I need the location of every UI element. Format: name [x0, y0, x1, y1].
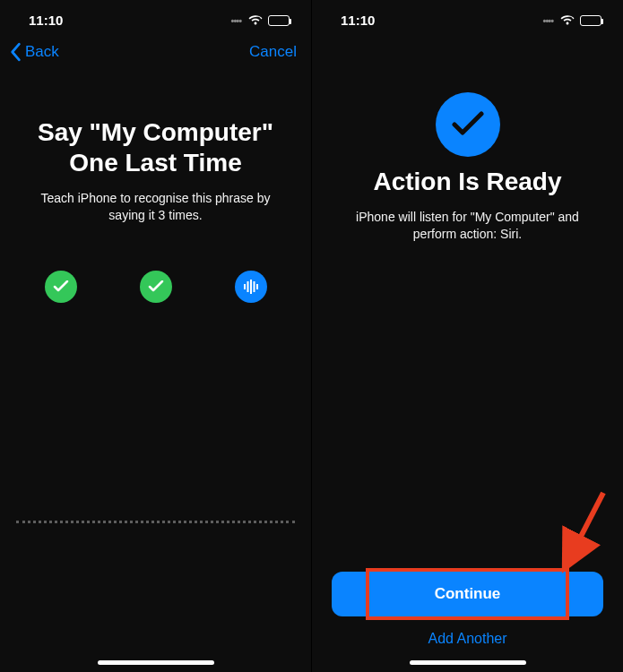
cellular-icon: ••••: [543, 15, 553, 26]
svg-rect-0: [244, 284, 246, 289]
battery-icon: [580, 15, 601, 26]
svg-rect-3: [253, 281, 255, 292]
wifi-icon: [560, 15, 575, 26]
cellular-icon: ••••: [231, 15, 241, 26]
add-another-button[interactable]: Add Another: [332, 631, 603, 647]
page-subtitle: Teach iPhone to recognise this phrase by…: [16, 190, 295, 224]
status-bar: 11:10 ••••: [312, 0, 623, 35]
checkmark-icon: [148, 280, 164, 293]
status-icons: ••••: [231, 15, 290, 26]
checkmark-icon: [53, 280, 69, 293]
page-title: Action Is Ready: [328, 168, 607, 196]
chevron-left-icon: [7, 42, 23, 62]
wifi-icon: [248, 15, 263, 26]
status-icons: ••••: [543, 15, 601, 26]
bottom-actions: Continue Add Another: [328, 572, 607, 672]
status-time: 11:10: [341, 13, 375, 28]
home-indicator[interactable]: [410, 660, 526, 665]
success-badge: [436, 92, 500, 157]
checkmark-icon: [451, 111, 485, 138]
battery-icon: [268, 15, 290, 26]
svg-line-5: [569, 493, 603, 559]
screen-teach-phrase: 11:10 •••• Back Cancel Say "My Computer"…: [0, 0, 311, 672]
screen-action-ready: 11:10 •••• Action Is Ready iPhone will l…: [312, 0, 623, 672]
back-button[interactable]: Back: [7, 42, 59, 62]
nav-bar: Back Cancel: [0, 35, 311, 69]
annotation-arrow: [548, 486, 610, 575]
status-bar: 11:10 ••••: [0, 0, 311, 35]
back-label: Back: [25, 43, 59, 61]
status-time: 11:10: [29, 13, 63, 28]
home-indicator[interactable]: [98, 660, 214, 665]
waveform-icon: [243, 280, 259, 294]
page-subtitle: iPhone will listen for "My Computer" and…: [328, 209, 607, 243]
svg-rect-4: [256, 284, 258, 289]
step-3-active: [235, 271, 267, 303]
page-title: Say "My Computer" One Last Time: [16, 117, 295, 177]
step-1-done: [45, 271, 77, 303]
training-steps: [16, 271, 295, 303]
audio-waveform: [16, 521, 295, 523]
step-2-done: [140, 271, 172, 303]
svg-rect-2: [250, 280, 252, 294]
continue-button[interactable]: Continue: [332, 572, 603, 616]
cancel-button[interactable]: Cancel: [249, 43, 297, 61]
svg-rect-1: [247, 281, 248, 292]
